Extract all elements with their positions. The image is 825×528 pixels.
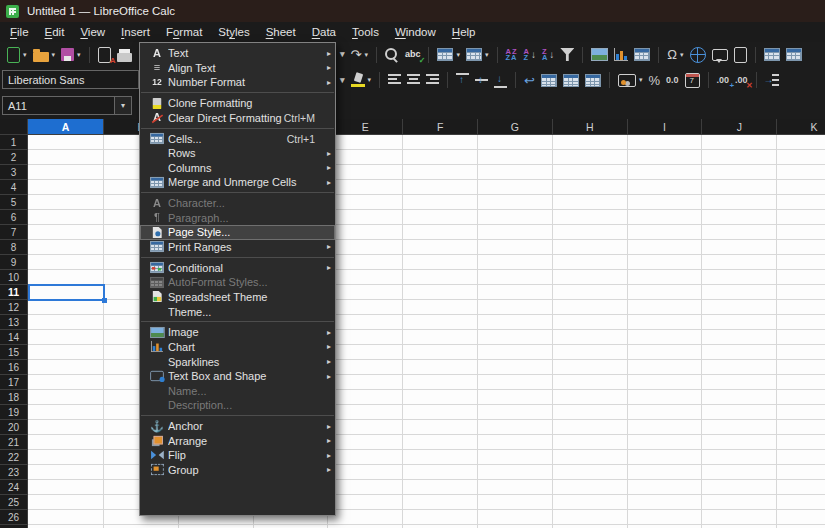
align-right-icon[interactable] — [424, 69, 441, 91]
menu-item-flip[interactable]: Flip▸ — [140, 448, 335, 463]
menu-item-rows[interactable]: Rows▸ — [140, 146, 335, 161]
font-color-dropdown-icon[interactable]: ▾ — [338, 69, 347, 91]
menu-item-clear-direct-formatting[interactable]: AClear Direct FormattingCtrl+M — [140, 111, 335, 126]
spelling-icon[interactable]: abc✓ — [403, 44, 423, 66]
row-header-7[interactable]: 7 — [0, 225, 28, 240]
row-header-6[interactable]: 6 — [0, 210, 28, 225]
insert-chart-icon[interactable] — [612, 44, 630, 66]
menu-item-sparklines[interactable]: Sparklines▸ — [140, 354, 335, 369]
row-header-4[interactable]: 4 — [0, 180, 28, 195]
align-top-icon[interactable] — [454, 69, 471, 91]
column-header-g[interactable]: G — [478, 119, 553, 135]
column-header-k[interactable]: K — [777, 119, 825, 135]
name-box-dropdown-icon[interactable]: ▾ — [114, 97, 131, 114]
row-header-10[interactable]: 10 — [0, 270, 28, 285]
special-character-icon[interactable]: Ω▾ — [665, 44, 685, 66]
insert-image-icon[interactable] — [589, 44, 610, 66]
menu-item-page-style[interactable]: Page Style... — [140, 225, 335, 240]
wrap-text-icon[interactable]: ↩ — [522, 69, 537, 91]
menu-item-theme[interactable]: Theme... — [140, 304, 335, 319]
menu-item-print-ranges[interactable]: Print Ranges▸ — [140, 240, 335, 255]
row-header-19[interactable]: 19 — [0, 405, 28, 420]
row-header-20[interactable]: 20 — [0, 420, 28, 435]
row-header-15[interactable]: 15 — [0, 345, 28, 360]
merge-cells-icon[interactable] — [561, 69, 581, 91]
select-all-corner[interactable] — [0, 119, 28, 135]
menu-styles[interactable]: Styles — [210, 24, 257, 40]
row-header-24[interactable]: 24 — [0, 480, 28, 495]
format-date-icon[interactable] — [683, 69, 702, 91]
pivot-table-icon[interactable] — [632, 44, 652, 66]
menu-sheet[interactable]: Sheet — [258, 24, 304, 40]
menu-help[interactable]: Help — [444, 24, 484, 40]
delete-decimal-icon[interactable]: .00✕ — [733, 69, 750, 91]
menu-item-cells[interactable]: Cells...Ctrl+1 — [140, 131, 335, 146]
align-center-icon[interactable] — [405, 69, 422, 91]
menu-item-text[interactable]: AText▸ — [140, 46, 335, 61]
menu-item-number-format[interactable]: 12Number Format▸ — [140, 75, 335, 90]
menu-item-image[interactable]: Image▸ — [140, 325, 335, 340]
save-icon[interactable]: ▾ — [59, 44, 83, 66]
row-header-5[interactable]: 5 — [0, 195, 28, 210]
menu-item-chart[interactable]: Chart▸ — [140, 340, 335, 355]
sort-ascending-icon[interactable]: AZ↓ — [522, 44, 538, 66]
format-number-icon[interactable]: 0.0 — [664, 69, 681, 91]
header-footer-icon[interactable] — [732, 44, 749, 66]
name-box[interactable]: A11 ▾ — [2, 96, 132, 115]
column-header-f[interactable]: F — [403, 119, 478, 135]
row-header-18[interactable]: 18 — [0, 390, 28, 405]
row-header-16[interactable]: 16 — [0, 360, 28, 375]
row-header-17[interactable]: 17 — [0, 375, 28, 390]
row-header-3[interactable]: 3 — [0, 165, 28, 180]
comment-icon[interactable] — [710, 44, 730, 66]
sort-descending-icon[interactable]: ZA↓ — [540, 44, 556, 66]
add-decimal-icon[interactable]: .00+ — [715, 69, 732, 91]
increase-indent-icon[interactable] — [763, 69, 781, 91]
menu-item-spreadsheet-theme[interactable]: Spreadsheet Theme — [140, 290, 335, 305]
row-header-12[interactable]: 12 — [0, 300, 28, 315]
menu-item-anchor[interactable]: ⚓Anchor▸ — [140, 419, 335, 434]
freeze-rows-columns-icon[interactable] — [762, 44, 782, 66]
menu-item-align-text[interactable]: ≡Align Text▸ — [140, 61, 335, 76]
menu-data[interactable]: Data — [304, 24, 344, 40]
column-header-i[interactable]: I — [628, 119, 703, 135]
format-percent-icon[interactable]: % — [646, 69, 662, 91]
row-header-21[interactable]: 21 — [0, 435, 28, 450]
row-header-14[interactable]: 14 — [0, 330, 28, 345]
selected-cell-a11[interactable] — [28, 284, 105, 301]
find-replace-icon[interactable] — [383, 44, 401, 66]
row-header-23[interactable]: 23 — [0, 465, 28, 480]
insert-row-icon[interactable]: ▾ — [435, 44, 462, 66]
align-bottom-icon[interactable] — [492, 69, 509, 91]
undo-dropdown-icon[interactable]: ▾ — [338, 44, 347, 66]
row-header-13[interactable]: 13 — [0, 315, 28, 330]
new-document-icon[interactable]: ▾ — [5, 44, 29, 66]
menu-item-arrange[interactable]: Arrange▸ — [140, 433, 335, 448]
column-header-e[interactable]: E — [328, 119, 403, 135]
split-window-icon[interactable] — [784, 44, 804, 66]
unmerge-cells-icon[interactable] — [583, 69, 603, 91]
column-header-h[interactable]: H — [553, 119, 628, 135]
menu-tools[interactable]: Tools — [344, 24, 387, 40]
row-header-11[interactable]: 11 — [0, 285, 28, 300]
menu-item-columns[interactable]: Columns▸ — [140, 161, 335, 176]
row-header-22[interactable]: 22 — [0, 450, 28, 465]
export-pdf-icon[interactable]: A — [96, 44, 113, 66]
center-vertically-icon[interactable] — [473, 69, 490, 91]
merge-center-cells-icon[interactable] — [539, 69, 559, 91]
menu-format[interactable]: Format — [158, 24, 210, 40]
row-header-1[interactable]: 1 — [0, 135, 28, 150]
format-currency-icon[interactable]: ▾ — [616, 69, 645, 91]
open-folder-icon[interactable]: ▾ — [31, 44, 58, 66]
menu-window[interactable]: Window — [387, 24, 444, 40]
row-header-2[interactable]: 2 — [0, 150, 28, 165]
insert-column-icon[interactable]: ▾ — [464, 44, 491, 66]
menu-file[interactable]: File — [2, 24, 37, 40]
column-header-j[interactable]: J — [702, 119, 777, 135]
highlighting-color-icon[interactable]: ▾ — [349, 69, 374, 91]
redo-icon[interactable]: ↷▾ — [349, 44, 370, 66]
row-header-26[interactable]: 26 — [0, 510, 28, 525]
autofilter-icon[interactable] — [558, 44, 576, 66]
sort-icon[interactable]: AZZA — [504, 44, 520, 66]
column-header-a[interactable]: A — [28, 119, 104, 135]
